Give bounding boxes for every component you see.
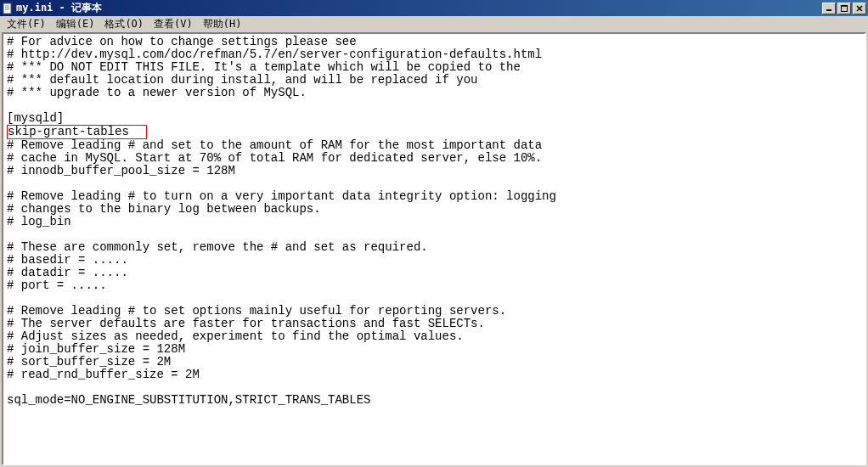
text-line: # Remove leading # and set to the amount… — [7, 139, 861, 152]
text-line: # read_rnd_buffer_size = 2M — [7, 369, 861, 381]
text-line: # log_bin — [7, 216, 861, 228]
text-line: [mysqld] — [7, 112, 861, 125]
text-line: # sort_buffer_size = 2M — [7, 356, 861, 369]
text-line: # port = ..... — [7, 279, 861, 292]
text-line: # Remove leading # to set options mainly… — [7, 305, 861, 318]
menubar: 文件(F) 编辑(E) 格式(O) 查看(V) 帮助(H) — [0, 16, 868, 32]
window-controls — [822, 3, 866, 14]
text-line: # cache in MySQL. Start at 70% of total … — [7, 152, 861, 165]
text-area[interactable]: # For advice on how to change settings p… — [2, 32, 866, 465]
text-line: # For advice on how to change settings p… — [7, 36, 861, 48]
menu-format[interactable]: 格式(O) — [99, 16, 149, 32]
text-line: # http://dev.mysql.com/doc/refman/5.7/en… — [7, 48, 861, 61]
text-line: # *** default location during install, a… — [7, 74, 861, 87]
svg-rect-0 — [3, 3, 11, 14]
text-line — [7, 177, 861, 190]
text-line — [7, 228, 861, 241]
text-line: # basedir = ..... — [7, 254, 861, 267]
highlighted-text: skip-grant-tables — [7, 125, 147, 139]
text-line: # The server defaults are faster for tra… — [7, 318, 861, 330]
titlebar: my.ini - 记事本 — [0, 0, 868, 16]
menu-edit[interactable]: 编辑(E) — [51, 16, 100, 32]
maximize-button[interactable] — [837, 3, 851, 14]
menu-file[interactable]: 文件(F) — [2, 16, 51, 32]
text-line — [7, 381, 861, 394]
menu-view[interactable]: 查看(V) — [149, 16, 198, 32]
text-line: # join_buffer_size = 128M — [7, 343, 861, 356]
text-line: sql_mode=NO_ENGINE_SUBSTITUTION,STRICT_T… — [7, 394, 861, 407]
text-line: # These are commonly set, remove the # a… — [7, 241, 861, 254]
text-line — [7, 99, 861, 112]
close-button[interactable] — [853, 3, 866, 14]
text-line: skip-grant-tables — [7, 125, 861, 139]
app-icon — [2, 3, 14, 14]
menu-help[interactable]: 帮助(H) — [198, 16, 247, 32]
text-line: # *** DO NOT EDIT THIS FILE. It's a temp… — [7, 61, 861, 74]
text-line: # Adjust sizes as needed, experiment to … — [7, 330, 861, 343]
text-line: # datadir = ..... — [7, 267, 861, 279]
minimize-button[interactable] — [822, 3, 836, 14]
text-line: # innodb_buffer_pool_size = 128M — [7, 165, 861, 177]
text-line — [7, 292, 861, 305]
text-line: # changes to the binary log between back… — [7, 203, 861, 216]
text-line: # *** upgrade to a newer version of MySQ… — [7, 87, 861, 99]
text-line: # Remove leading # to turn on a very imp… — [7, 190, 861, 203]
window-title: my.ini - 记事本 — [16, 1, 822, 15]
notepad-window: my.ini - 记事本 文件(F) 编辑(E) 格式(O) 查看(V) 帮助(… — [0, 0, 868, 467]
